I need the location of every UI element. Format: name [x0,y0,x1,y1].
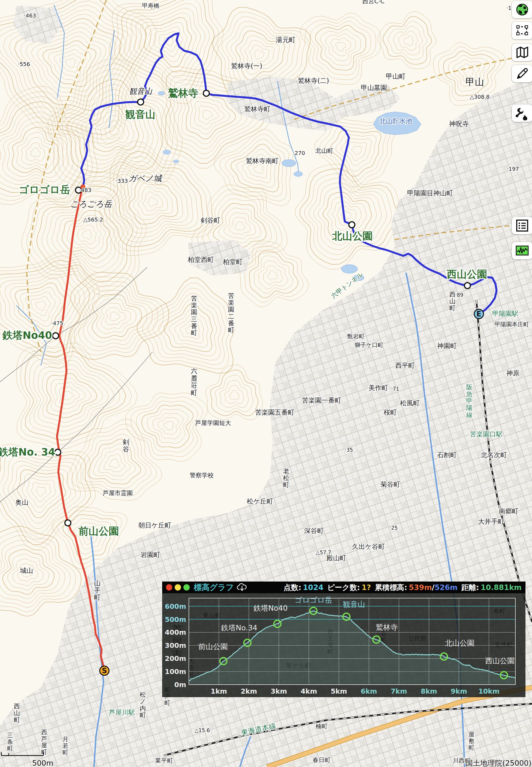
map-label: ·556 [18,61,30,67]
map-label: ·71 [391,386,399,392]
map-label: 朝日ケ丘町 [138,521,171,529]
elevation-chart[interactable]: 前山公園鉄塔No.34鉄塔No40ゴロゴロ岳観音山鷲林寺北山公園西山公園0m10… [162,593,525,697]
waypoint-label: 北山公園 [332,230,373,242]
map-label: ·35 [345,447,353,453]
waypoint-marker[interactable] [55,449,61,455]
toolbar-button-wrench[interactable] [512,104,532,122]
map-label: 柏堂西町 [188,256,214,264]
pond [173,160,179,163]
chart-waypoint-label: 北山公園 [445,639,474,647]
stat-label: 点数: [284,583,301,593]
map-label: 苦楽園三番町 [191,295,197,337]
map-label: 剣谷町 [201,217,220,224]
panel-title: 標高グラフ [194,582,234,593]
map-label: 石刎町 [437,451,457,459]
map-label: 苦楽園二番町 [228,292,234,334]
map-label: ·483 [79,187,92,194]
map-label: 北山貯水池 [379,117,412,125]
map-label: ·333 [116,177,128,184]
stat-value: 1024 [303,583,324,592]
waypoint-label: 鉄塔No40 [2,330,52,341]
waypoint-marker[interactable] [65,520,71,526]
map-label: 鷲林寺南町 [246,157,279,165]
toolbar-button-graph[interactable] [512,242,532,260]
y-axis-tick: 200m [165,655,186,663]
map-label: 奥山 [15,499,28,506]
map-label: 苦楽園五番町 [255,409,294,416]
x-axis-tick: 2km [241,687,257,695]
select-area-icon [515,23,529,38]
map-label: 苦楽園口駅 [470,430,503,438]
chart-waypoint-label: 前山公園 [198,642,228,651]
map-label: 神原 [506,369,519,377]
map-label: 老松町 [283,467,289,488]
x-axis-tick: 8km [421,687,437,695]
waypoint-marker[interactable] [203,90,209,96]
map-label: 芦屋川駅 [109,709,135,716]
wrench-icon [515,106,529,120]
waypoint-label: 西山公園 [446,268,487,280]
map-label: 岩園町 [141,551,160,558]
waypoint-marker[interactable] [53,333,59,339]
cloud-download-icon[interactable] [237,583,247,593]
map-label: ·89 [455,292,463,298]
waypoint-marker[interactable] [464,283,470,289]
toolbar-button-globe[interactable] [512,1,532,18]
map-label: 甑岩町 [347,333,365,340]
elevation-graph-icon [515,244,529,258]
y-axis-tick: 500m [165,616,186,624]
x-axis-tick: 1km [211,687,227,695]
map-label: 久出ケ谷町 [352,543,385,550]
map-label: 剣谷 [123,438,129,453]
waypoint-label: ゴロゴロ岳 [19,184,70,196]
map-label: △15.6 [195,727,210,733]
stat-value: 10.881km [481,583,522,592]
chart-waypoint-label: 西山公園 [485,657,515,665]
window-zoom-button[interactable] [183,584,190,591]
stat-label: ピーク数: [327,583,360,593]
y-axis-tick: 600m [165,603,186,611]
folded-map-icon [515,45,529,59]
map-label: 獅子ケ口町 [355,342,383,348]
map-label: 鷲林寺(二) [298,77,329,84]
map-attribution: 国土地理院(25000) [465,758,531,767]
map-label: 甲陽園本庄町 [495,321,529,328]
map-label: 月若町 [62,736,68,756]
map-label: 松ケ丘町 [247,497,273,505]
map-label: 甲山墓園 [361,84,387,92]
stat-label: 距離: [461,583,479,593]
x-axis-tick: 5km [331,687,347,695]
map-label: 西平町 [395,362,415,369]
map-label: 屋敷町 [468,731,474,751]
window-close-button[interactable] [166,584,172,591]
x-axis-tick: 6km [361,687,377,695]
map-label: ごろごろ岳 [70,199,112,209]
pond [163,150,171,154]
map-label: 深谷町 [304,527,324,534]
map-label: 甲寿橋 [142,2,159,9]
map-label: 西宮C·C [362,0,385,5]
toolbar-button-map[interactable] [512,44,532,61]
waypoint-label: 観音山 [125,108,156,120]
pond [341,265,358,273]
map-label: 松風町 [400,399,420,407]
chart-waypoint-label: 鉄塔No.34 [221,624,257,632]
y-axis-tick: 400m [165,629,186,636]
toolbar-button-list[interactable] [512,217,532,234]
x-axis-tick: 10km [478,687,499,695]
map-label: 西芦屋町 [41,729,47,756]
window-minimize-button[interactable] [175,584,181,591]
map-label: 業平町 [155,757,173,764]
toolbar-button-select[interactable] [512,22,532,39]
x-axis-tick: 3km [271,687,287,695]
chart-waypoint-label: 観音山 [343,600,365,609]
y-axis-tick: 0m [174,681,186,689]
map-label: 殿山町 [327,554,346,562]
waypoint-marker[interactable] [349,222,355,228]
toolbar-button-pencil[interactable] [512,65,532,82]
waypoint-marker[interactable] [138,99,144,105]
map-label: 観音山 [129,87,152,96]
pond [282,159,296,167]
map-label: ·270 [293,150,305,156]
stat-value: 1? [362,583,371,592]
